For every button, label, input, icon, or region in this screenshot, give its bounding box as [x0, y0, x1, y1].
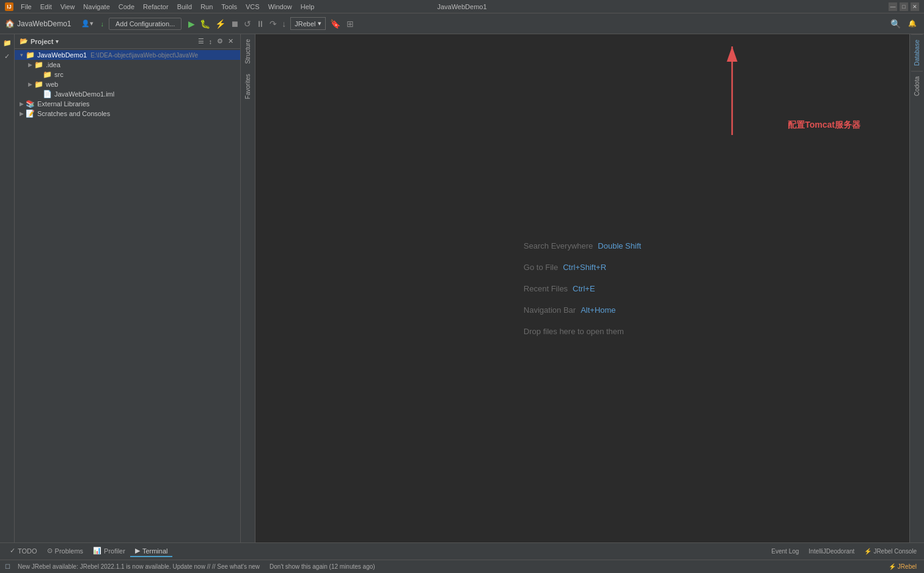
right-sidebar: Database Codota	[909, 34, 924, 542]
ext-libs-icon: 📚	[26, 100, 35, 108]
database-tab[interactable]: Database	[911, 34, 923, 71]
root-expand-arrow[interactable]: ▾	[17, 52, 26, 58]
settings-button[interactable]: ⚙	[215, 37, 225, 46]
left-vtabs: Structure Favorites	[241, 34, 255, 542]
git-update-button[interactable]: ↓	[98, 19, 107, 29]
menu-navigate[interactable]: Navigate	[79, 2, 113, 11]
menu-tools[interactable]: Tools	[218, 2, 241, 11]
ext-libs-arrow[interactable]: ▶	[17, 101, 26, 107]
profiler-tab[interactable]: 📊 Profiler	[88, 546, 130, 557]
menu-vcs[interactable]: VCS	[242, 2, 263, 11]
web-expand-arrow[interactable]: ▶	[26, 81, 34, 87]
arrow-svg	[714, 40, 750, 138]
problems-icon: ⊙	[47, 547, 53, 555]
notifications-button[interactable]: 🔔	[906, 18, 919, 29]
tree-item-root[interactable]: ▾ 📁 JavaWebDemo1 E:\IDEA-object\javaWeb-…	[15, 50, 240, 60]
intellij-deodorant-item[interactable]: IntelliJDeodorant	[806, 548, 857, 555]
bottom-bar-right: Event Log IntelliJDeodorant ⚡ JRebel Con…	[769, 548, 919, 555]
sort-button[interactable]: ↕	[207, 37, 215, 46]
folder-icon: 📂	[20, 37, 28, 45]
menu-code[interactable]: Code	[115, 2, 138, 11]
project-panel-header: 📂 Project ▾ ☰ ↕ ⚙ ✕	[15, 34, 240, 49]
minimize-button[interactable]: —	[889, 2, 897, 11]
status-dismiss[interactable]: Don't show this again (12 minutes ago)	[267, 563, 378, 570]
root-label: JavaWebDemo1	[37, 51, 87, 59]
search-everywhere-button[interactable]: 🔍	[888, 18, 903, 30]
tree-item-ext-libs[interactable]: ▶ 📚 External Libraries	[15, 99, 240, 109]
layout-button[interactable]: ⊞	[345, 18, 356, 30]
status-bar-right: ⚡ JRebel	[881, 563, 924, 570]
hint-goto-shortcut: Ctrl+Shift+R	[563, 263, 606, 272]
close-button[interactable]: ✕	[911, 2, 919, 11]
jrebel-console-icon: ⚡	[864, 548, 871, 555]
menu-edit[interactable]: Edit	[37, 2, 56, 11]
hint-recent-files: Recent Files Ctrl+E	[524, 284, 595, 293]
toolbar: 🏠 JavaWebDemo1 👤▾ ↓ Add Configuration...…	[0, 13, 924, 34]
main-layout: 📁 ✓ 📂 Project ▾ ☰ ↕ ⚙ ✕ ▾ 📁 JavaWebDe	[0, 34, 924, 542]
favorites-tab[interactable]: Favorites	[242, 69, 254, 104]
menu-run[interactable]: Run	[197, 2, 216, 11]
rerun-button[interactable]: ↺	[242, 18, 253, 30]
project-icon: 🏠	[5, 19, 15, 28]
stop-button[interactable]: ⏹	[229, 18, 241, 30]
avatar-button[interactable]: 👤▾	[79, 18, 96, 29]
step-into-button[interactable]: ↓	[280, 18, 288, 30]
maximize-button[interactable]: □	[900, 2, 908, 11]
root-folder-icon: 📁	[26, 51, 35, 59]
scratches-arrow[interactable]: ▶	[17, 111, 26, 117]
problems-tab[interactable]: ⊙ Problems	[42, 546, 88, 557]
project-tree: ▾ 📁 JavaWebDemo1 E:\IDEA-object\javaWeb-…	[15, 49, 240, 542]
event-log-item[interactable]: Event Log	[769, 548, 801, 555]
status-bar: ☐ New JRebel available: JRebel 2022.1.1 …	[0, 560, 924, 573]
debug-button[interactable]: 🐛	[198, 18, 212, 30]
scratches-label: Scratches and Consoles	[37, 110, 110, 117]
close-panel-button[interactable]: ✕	[226, 37, 235, 46]
project-name-label: JavaWebDemo1	[17, 20, 72, 28]
ext-libs-label: External Libraries	[37, 100, 90, 108]
editor-area: 配置Tomcat服务器 Search Everywhere Double Shi…	[255, 34, 909, 542]
menu-refactor[interactable]: Refactor	[139, 2, 172, 11]
editor-hints: Search Everywhere Double Shift Go to Fil…	[524, 241, 641, 336]
tree-item-idea[interactable]: ▶ 📁 .idea	[15, 60, 240, 70]
status-message[interactable]: New JRebel available: JRebel 2022.1.1 is…	[15, 563, 262, 570]
jrebel-label: JRebel	[295, 20, 315, 27]
todo-tab[interactable]: ✓ TODO	[5, 546, 42, 557]
jrebel-status-icon[interactable]: ⚡ JRebel	[886, 563, 919, 570]
menu-window[interactable]: Window	[265, 2, 296, 11]
jrebel-console-item[interactable]: ⚡ JRebel Console	[862, 548, 919, 555]
menu-build[interactable]: Build	[174, 2, 196, 11]
tree-item-iml[interactable]: 📄 JavaWebDemo1.iml	[15, 89, 240, 99]
codota-tab[interactable]: Codota	[911, 71, 923, 101]
panel-title-label: Project	[31, 38, 53, 45]
hint-drop-label: Drop files here to open them	[524, 327, 624, 336]
annotation-arrow	[714, 40, 750, 140]
tree-item-web[interactable]: ▶ 📁 web	[15, 79, 240, 89]
hint-nav-shortcut: Alt+Home	[581, 305, 615, 315]
hint-drop-files: Drop files here to open them	[524, 327, 624, 336]
commit-activity-btn[interactable]: ✓	[1, 50, 13, 62]
jrebel-dropdown[interactable]: JRebel ▾	[290, 17, 326, 30]
structure-tab[interactable]: Structure	[242, 34, 254, 69]
step-over-button[interactable]: ↷	[268, 18, 279, 30]
menu-file[interactable]: File	[17, 2, 35, 11]
tree-item-src[interactable]: 📁 src	[15, 70, 240, 79]
tree-item-scratches[interactable]: ▶ 📝 Scratches and Consoles	[15, 109, 240, 119]
terminal-tab[interactable]: ▶ Terminal	[130, 546, 173, 557]
window-controls: — □ ✕	[889, 2, 919, 11]
pause-button[interactable]: ⏸	[254, 18, 266, 30]
bookmark-button[interactable]: 🔖	[328, 18, 342, 30]
annotation-text: 配置Tomcat服务器	[788, 120, 860, 131]
menu-view[interactable]: View	[57, 2, 79, 11]
project-activity-btn[interactable]: 📁	[1, 37, 13, 49]
run-with-coverage-button[interactable]: ⚡	[213, 18, 227, 30]
menu-help[interactable]: Help	[297, 2, 318, 11]
hint-go-to-file: Go to File Ctrl+Shift+R	[524, 263, 606, 272]
idea-expand-arrow[interactable]: ▶	[26, 62, 34, 68]
run-button[interactable]: ▶	[186, 18, 197, 30]
add-configuration-button[interactable]: Add Configuration...	[109, 18, 182, 30]
window-title: JavaWebDemo1	[437, 3, 486, 10]
status-checkbox-icon: ☐	[5, 563, 10, 570]
hint-goto-label: Go to File	[524, 263, 558, 272]
dropdown-icon[interactable]: ▾	[56, 38, 59, 45]
collapse-all-button[interactable]: ☰	[196, 37, 206, 46]
